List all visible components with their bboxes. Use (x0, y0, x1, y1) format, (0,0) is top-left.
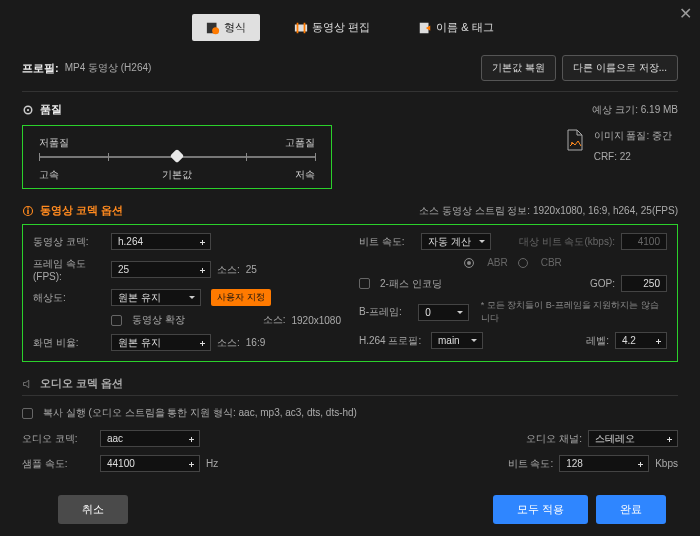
srate-select[interactable]: 44100 (100, 455, 200, 472)
gear-icon (22, 104, 34, 116)
tags-icon (418, 21, 432, 35)
high-quality-label: 고품질 (285, 136, 315, 150)
svg-rect-11 (27, 207, 29, 209)
profile-row: 프로필: MP4 동영상 (H264) 기본값 복원 다른 이름으로 저장... (0, 55, 700, 81)
quality-slider-box: 저품질 고품질 고속 기본값 저속 (22, 125, 332, 189)
srate-label: 샘플 속도: (22, 457, 94, 471)
aspect-select[interactable]: 원본 유지 (111, 334, 211, 351)
res-select[interactable]: 원본 유지 (111, 289, 201, 306)
audio-copy-label: 복사 실행 (오디오 스트림을 통한 지원 형식: aac, mp3, ac3,… (43, 406, 357, 420)
svg-rect-3 (297, 22, 299, 33)
tab-tags[interactable]: 이름 & 태그 (404, 14, 507, 41)
document-icon (566, 129, 584, 151)
slider-thumb[interactable] (170, 149, 184, 163)
twopass-checkbox[interactable] (359, 278, 370, 289)
target-bitrate-value[interactable]: 4100 (621, 233, 667, 250)
profile-label: 프로필: (22, 61, 59, 76)
divider (22, 91, 678, 92)
gop-label: GOP: (590, 278, 615, 289)
slow-label: 저속 (295, 168, 315, 182)
h264-profile-label: H.264 프로필: (359, 334, 425, 348)
res-source-label: 소스: (263, 313, 286, 327)
fast-label: 고속 (39, 168, 59, 182)
default-label: 기본값 (162, 168, 192, 182)
svg-point-7 (27, 108, 29, 110)
gop-value[interactable]: 250 (621, 275, 667, 292)
res-label: 해상도: (33, 291, 105, 305)
level-select[interactable]: 4.2 (615, 332, 667, 349)
level-label: 레벨: (586, 334, 609, 348)
aspect-source-value: 16:9 (246, 337, 265, 348)
audio-copy-checkbox[interactable] (22, 408, 33, 419)
fps-source-value: 25 (246, 264, 257, 275)
image-quality-text: 이미지 품질: 중간 (594, 129, 672, 143)
done-button[interactable]: 완료 (596, 495, 666, 524)
abitrate-select[interactable]: 128 (559, 455, 649, 472)
extend-video-checkbox[interactable] (111, 315, 122, 326)
image-quality-info: 이미지 품질: 중간 CRF: 22 (566, 125, 672, 189)
acodec-select[interactable]: aac (100, 430, 200, 447)
video-codec-section-header: 동영상 코덱 옵션 소스 동영상 스트림 정보: 1920x1080, 16:9… (22, 203, 678, 218)
cbr-radio[interactable] (518, 258, 528, 268)
profile-value: MP4 동영상 (H264) (65, 61, 152, 75)
fps-label: 프레임 속도(FPS): (33, 257, 105, 282)
bframe-label: B-프레임: (359, 305, 412, 319)
cancel-button[interactable]: 취소 (58, 495, 128, 524)
stream-info: 소스 동영상 스트림 정보: 1920x1080, 16:9, h264, 25… (419, 204, 678, 218)
tab-format[interactable]: 형식 (192, 14, 260, 41)
hz-label: Hz (206, 458, 218, 469)
format-icon (206, 21, 220, 35)
channels-select[interactable]: 스테레오 (588, 430, 678, 447)
audio-codec-section-header: 오디오 코덱 옵션 (22, 376, 678, 391)
tab-format-label: 형식 (224, 20, 246, 35)
h264-profile-select[interactable]: main (431, 332, 483, 349)
abr-label: ABR (487, 257, 508, 268)
vcodec-select[interactable]: h.264 (111, 233, 211, 250)
channels-label: 오디오 채널: (526, 432, 582, 446)
quality-title: 품질 (40, 102, 62, 117)
speaker-icon (22, 378, 34, 390)
fps-source-label: 소스: (217, 263, 240, 277)
svg-rect-4 (304, 22, 306, 33)
divider (22, 395, 678, 396)
quality-slider[interactable] (39, 156, 315, 158)
est-size: 예상 크기: 6.19 MB (592, 103, 678, 117)
twopass-label: 2-패스 인코딩 (380, 277, 442, 291)
restore-defaults-button[interactable]: 기본값 복원 (481, 55, 556, 81)
audio-codec-title: 오디오 코덱 옵션 (40, 376, 123, 391)
info-icon (22, 205, 34, 217)
tab-edit[interactable]: 동영상 편집 (280, 14, 384, 41)
res-source-value: 1920x1080 (292, 315, 342, 326)
footer: 취소 모두 적용 완료 (0, 495, 700, 524)
edit-icon (294, 21, 308, 35)
cbr-label: CBR (541, 257, 562, 268)
bframe-note: * 모든 장치들이 B-프레임을 지원하지는 않습니다 (481, 299, 667, 325)
svg-point-1 (212, 27, 219, 34)
video-codec-options: 동영상 코덱: h.264 프레임 속도(FPS): 25 소스: 25 해상도… (22, 224, 678, 362)
tab-edit-label: 동영상 편집 (312, 20, 370, 35)
abr-radio[interactable] (464, 258, 474, 268)
bitrate-label: 비트 속도: (359, 235, 415, 249)
abitrate-label: 비트 속도: (508, 457, 554, 471)
tabs: 형식 동영상 편집 이름 & 태그 (0, 14, 700, 41)
user-set-button[interactable]: 사용자 지정 (211, 289, 271, 306)
video-codec-title: 동영상 코덱 옵션 (40, 203, 123, 218)
apply-all-button[interactable]: 모두 적용 (493, 495, 588, 524)
aspect-label: 화면 비율: (33, 336, 105, 350)
aspect-source-label: 소스: (217, 336, 240, 350)
save-as-button[interactable]: 다른 이름으로 저장... (562, 55, 678, 81)
bitrate-select[interactable]: 자동 계산 (421, 233, 491, 250)
vcodec-label: 동영상 코덱: (33, 235, 105, 249)
extend-video-label: 동영상 확장 (132, 313, 185, 327)
kbps-label: Kbps (655, 458, 678, 469)
quality-section-header: 품질 예상 크기: 6.19 MB (22, 102, 678, 117)
close-icon[interactable]: ✕ (679, 4, 692, 23)
tab-tags-label: 이름 & 태그 (436, 20, 493, 35)
target-bitrate-label: 대상 비트 속도(kbps): (519, 235, 615, 249)
crf-text: CRF: 22 (594, 151, 672, 162)
fps-select[interactable]: 25 (111, 261, 211, 278)
bframe-select[interactable]: 0 (418, 304, 469, 321)
svg-rect-10 (27, 209, 29, 214)
low-quality-label: 저품질 (39, 136, 69, 150)
acodec-label: 오디오 코덱: (22, 432, 94, 446)
